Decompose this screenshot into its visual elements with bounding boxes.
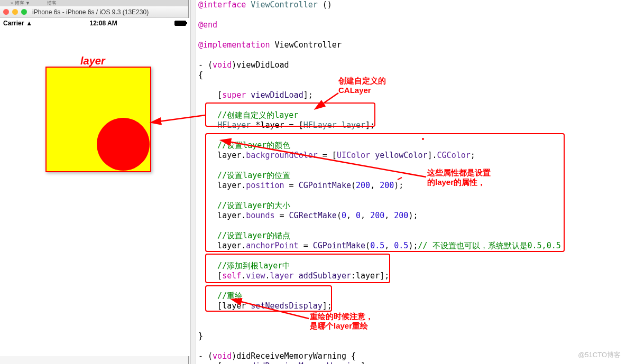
annotation-layer-props: 这些属性都是设置 的layer的属性， [427,168,491,187]
simulator-titlebar: iPhone 6s - iPhone 6s / iOS 9.3 (13E230) [0,6,188,18]
battery-icon [174,21,186,26]
yellow-layer-box [45,67,151,172]
annotation-redraw-note: 重绘的时候注意， 是哪个layer重绘 [310,312,373,331]
close-icon[interactable] [3,9,9,15]
minimize-icon[interactable] [12,9,18,15]
watermark: @51CTO博客 [578,350,621,360]
carrier-label: Carrier [3,20,24,27]
tab-1[interactable]: » 博客 ▼ [11,1,30,6]
annotation-box-redraw [205,285,332,312]
annotation-box-create [205,102,375,127]
editor-gutter [191,0,196,364]
zoom-icon[interactable] [21,9,27,15]
tab-2[interactable]: 博客 [47,1,57,6]
window-traffic-lights [3,9,27,15]
annotation-box-props [205,133,565,252]
red-circle [97,118,150,171]
browser-tabs: » 博客 ▼ 博客 [0,0,188,6]
annotation-create-calayer: 创建自定义的 CALayer [338,76,386,95]
wifi-icon: ▲ [26,20,32,27]
status-bar: Carrier ▲ 12:08 AM [0,18,189,29]
window-title: iPhone 6s - iPhone 6s / iOS 9.3 (13E230) [32,8,149,16]
layer-annotation-label: layer [80,55,105,67]
clock-label: 12:08 AM [90,20,117,27]
annotation-box-addsublayer [205,254,390,283]
